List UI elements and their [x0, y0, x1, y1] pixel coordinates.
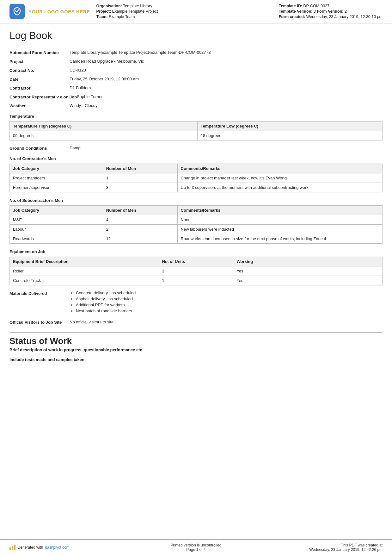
ground-conditions-row: Ground Conditions Damp — [9, 146, 383, 151]
ground-conditions-value: Damp — [70, 146, 383, 150]
main-content: Log Book Automated Form Number Template … — [0, 23, 392, 387]
materials-list: Concrete delivery - as scheduledAsphalt … — [70, 290, 136, 315]
equipment-col2: No. of Units — [159, 257, 233, 266]
footer-generated-text: Generated with — [17, 545, 43, 550]
contractor-row: Contractor D1 Builders — [9, 85, 383, 90]
equipment-col1: Equipment Brief Description — [10, 257, 159, 266]
table-row: Roadwords12Roadworks team increased in s… — [10, 234, 383, 244]
contractor-rep-row: Contractor Representativ e on Job Sophie… — [9, 94, 383, 99]
project-value: Camden Road Upgrade - Melbourne, Vic — [70, 59, 383, 64]
temperature-high-value: 09 degrees — [10, 131, 198, 140]
comments: Roadworks team increased in size for the… — [177, 234, 382, 244]
comments: None — [177, 215, 382, 225]
comments: Change in project manager last week, now… — [177, 173, 382, 183]
footer-pdf-created-date: Wednesday, 23 January 2019, 12:42:26 pm — [258, 547, 383, 552]
subcontractors-men-col1: Job Category — [10, 206, 103, 215]
template-id-field: Template ID: DP-COM-0027 — [279, 4, 383, 8]
comments: New labourers were inducted — [177, 225, 382, 234]
materials-label: Materials Delivered — [9, 290, 70, 296]
job-category: M&E — [10, 215, 103, 225]
footer-bar-icon — [9, 545, 15, 550]
project-field: Project: Example Template Project — [96, 9, 158, 14]
number-of-men: 2 — [103, 225, 177, 234]
equipment-working: Yes — [233, 266, 383, 276]
footer-link[interactable]: dashpivot.com — [45, 545, 69, 550]
equipment-table: Equipment Brief Description No. of Units… — [9, 257, 383, 285]
job-category: Foremen/supervisor — [10, 183, 103, 192]
temperature-table: Temperature High (degrees C) Temperature… — [9, 121, 383, 140]
official-visitors-value: No official visitors to site — [70, 320, 383, 324]
subcontractors-men-col2: Number of Men — [103, 206, 177, 215]
table-row: Roller3Yes — [10, 266, 383, 276]
equipment-units: 3 — [159, 266, 233, 276]
contract-no-label: Contract No. — [9, 68, 70, 73]
list-item: Concrete delivery - as scheduled — [76, 290, 136, 295]
number-of-men: 1 — [103, 173, 177, 183]
bar2 — [12, 546, 13, 550]
contractors-men-col2: Number of Men — [103, 164, 177, 173]
list-item: Additional PPE for workers — [76, 302, 136, 307]
contractors-men-table: Job Category Number of Men Comments/Rema… — [9, 164, 383, 192]
table-row: Concrete Truck1Yes — [10, 276, 383, 285]
page-header: YOUR LOGO GOES HERE Organisation: Templa… — [0, 0, 392, 23]
subcontractors-men-col3: Comments/Remarks — [177, 206, 382, 215]
logo-text: YOUR LOGO GOES HERE — [28, 9, 90, 14]
number-of-men: 4 — [103, 215, 177, 225]
weather-label: Weather — [9, 103, 70, 108]
contractors-men-title: No. of Contractor's Men — [9, 156, 383, 161]
number-of-men: 3 — [103, 183, 177, 192]
equipment-section-title: Equipment on Job — [9, 249, 383, 254]
equipment-description: Concrete Truck — [10, 276, 159, 285]
organisation-field: Organisation: Template Library — [96, 4, 158, 8]
equipment-col3: Working — [233, 257, 383, 266]
temperature-row: 09 degrees 18 degrees — [10, 131, 383, 140]
table-row: M&E4None — [10, 215, 383, 225]
materials-row: Materials Delivered Concrete delivery - … — [9, 290, 383, 315]
temperature-col-low: Temperature Low (degrees C) — [197, 122, 382, 131]
status-include: Include tests made and samples taken — [9, 357, 383, 362]
temperature-low-value: 18 degrees — [197, 131, 382, 140]
job-category: Roadwords — [10, 234, 103, 244]
weather-row: Weather Windy Cloudy — [9, 103, 383, 108]
table-row: Foremen/supervisor3Up to 3 supervisors a… — [10, 183, 383, 192]
date-label: Date — [9, 77, 70, 82]
template-version-field: Template Version: 3 Form Version: 2 — [279, 9, 383, 14]
status-section: Status of Work Brief description of work… — [9, 332, 383, 362]
form-created-field: Form created: Wednesday, 23 January 2019… — [279, 15, 383, 19]
footer-generated: Generated with dashpivot.com — [9, 545, 134, 550]
contractors-men-col1: Job Category — [10, 164, 103, 173]
subcontractors-men-title: No. of Subcontractor's Men — [9, 198, 383, 203]
subcontractors-men-table: Job Category Number of Men Comments/Rema… — [9, 205, 383, 244]
contract-no-value: CD-0123 — [70, 68, 383, 72]
bar3 — [14, 545, 15, 550]
job-category: Project managers — [10, 173, 103, 183]
weather-value1: Windy — [70, 103, 81, 108]
contractor-value: D1 Builders — [70, 85, 383, 90]
page-footer: Generated with dashpivot.com Printed ver… — [0, 539, 392, 555]
logo-icon — [9, 4, 25, 19]
list-item: Asphalt delivery - as scheduled — [76, 296, 136, 301]
equipment-units: 1 — [159, 276, 233, 285]
automated-form-number-value: Template Library-Example Template Projec… — [70, 50, 383, 55]
temperature-col-high: Temperature High (degrees C) — [10, 122, 198, 131]
footer-page: Page 1 of 4 — [134, 547, 258, 552]
header-meta-col-left: Organisation: Template Library Project: … — [96, 4, 158, 19]
list-item: Next batch of roadside barriers — [76, 309, 136, 313]
header-meta-col-right: Template ID: DP-COM-0027 Template Versio… — [279, 4, 383, 19]
footer-middle: Printed version is uncontrolled Page 1 o… — [134, 543, 258, 552]
weather-value2: Cloudy — [85, 103, 97, 108]
date-value: Friday, 25 October 2019, 12:00:00 am — [70, 77, 383, 81]
footer-pdf-created-text: This PDF was created at — [258, 543, 383, 547]
project-row: Project Camden Road Upgrade - Melbourne,… — [9, 59, 383, 64]
contractor-label: Contractor — [9, 85, 70, 90]
temperature-section-title: Temperature — [9, 114, 383, 119]
equipment-working: Yes — [233, 276, 383, 285]
footer-right: This PDF was created at Wednesday, 23 Ja… — [258, 543, 383, 552]
team-field: Team: Example Team — [96, 15, 158, 19]
job-category: Labour — [10, 225, 103, 234]
contractor-rep-label: Contractor Representativ e on Job — [9, 94, 77, 99]
status-title: Status of Work — [9, 336, 383, 346]
logo-section: YOUR LOGO GOES HERE — [9, 4, 90, 19]
contract-no-row: Contract No. CD-0123 — [9, 68, 383, 73]
equipment-description: Roller — [10, 266, 159, 276]
